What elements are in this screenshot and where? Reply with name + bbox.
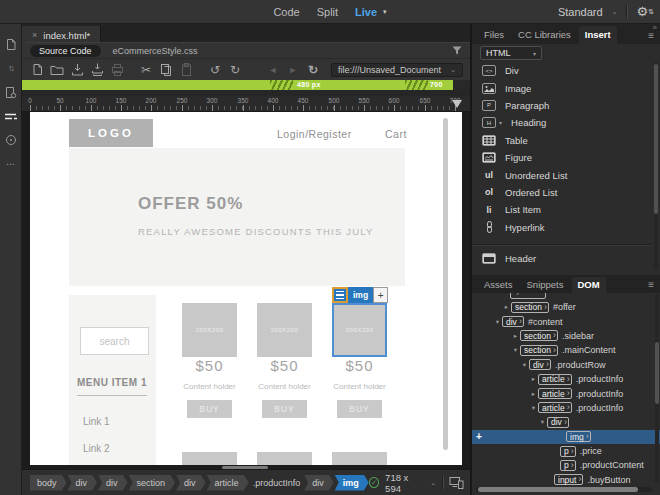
dom-row[interactable]: ▸ article .productInfo	[472, 372, 660, 386]
dom-row[interactable]: ▾ div #content	[472, 314, 660, 328]
insert-panel-scrollbar[interactable]	[654, 62, 658, 270]
tag-crumb[interactable]: div	[98, 475, 128, 491]
dom-vertical-scrollbar[interactable]	[655, 294, 659, 482]
save-file-icon[interactable]	[67, 61, 87, 78]
dom-row[interactable]: input .buyButton	[472, 473, 660, 487]
product-image[interactable]: 200X200	[257, 303, 312, 357]
dom-row[interactable]: p .price	[472, 444, 660, 458]
tag-crumb[interactable]: div	[304, 475, 334, 491]
insert-item-unordered-list[interactable]: ul Unordered List	[472, 166, 652, 183]
product-image[interactable]	[182, 452, 237, 465]
buy-button[interactable]: BUY	[187, 400, 232, 418]
tag-crumb-selected[interactable]: img	[335, 475, 369, 491]
add-element-icon[interactable]: +	[373, 287, 388, 303]
product-description[interactable]: Content holder	[182, 382, 237, 391]
address-bar[interactable]: file:///Unsaved_Document⌄	[331, 63, 463, 77]
insert-category-select[interactable]: HTML ▾	[480, 46, 542, 60]
workspace-selector[interactable]: Standard	[558, 6, 603, 18]
tag-crumb-class[interactable]: .productInfo	[250, 475, 304, 491]
live-source-code-icon[interactable]	[3, 85, 18, 99]
related-css-file[interactable]: eCommerceStyle.css	[113, 46, 198, 56]
open-documents-icon[interactable]	[3, 37, 18, 51]
viewport-size-caret-icon[interactable]: ⌄	[430, 479, 436, 487]
insert-item-heading[interactable]: H ▾ Heading	[472, 114, 652, 131]
split-view-button[interactable]: Split	[317, 6, 338, 18]
save-all-icon[interactable]	[87, 61, 107, 78]
breakpoint-handle[interactable]	[270, 80, 293, 90]
live-view-canvas[interactable]: LOGO Login/Register Cart OFFER 50% REALL…	[30, 112, 462, 465]
search-input[interactable]	[80, 327, 149, 355]
page-logo[interactable]: LOGO	[69, 119, 153, 147]
tab-insert[interactable]: Insert	[579, 26, 617, 44]
offer-banner[interactable]: OFFER 50% REALLY AWESOME DISCOUNTS THIS …	[69, 148, 405, 286]
element-tag-label[interactable]: img	[348, 287, 373, 303]
tag-crumb[interactable]: div	[68, 475, 98, 491]
insert-item-ordered-list[interactable]: ol Ordered List	[472, 184, 652, 201]
back-icon[interactable]: ◄	[263, 61, 283, 78]
dom-row[interactable]: ▸ section .sidebar	[472, 329, 660, 343]
login-register-link[interactable]: Login/Register	[277, 128, 352, 140]
sync-settings-icon[interactable]: ⚙⇅	[636, 4, 652, 19]
page-sidebar[interactable]: MENU ITEM 1 Link 1 Link 2	[69, 295, 156, 465]
expand-caret-icon[interactable]: ▾	[511, 346, 520, 354]
panel-menu-icon[interactable]: ≡	[648, 30, 654, 41]
tab-files[interactable]: Files	[478, 26, 510, 44]
product-price[interactable]: $50	[332, 357, 387, 374]
expand-caret-icon[interactable]: ▸	[529, 390, 538, 398]
copy-icon[interactable]	[156, 61, 176, 78]
undo-icon[interactable]: ↺	[205, 61, 225, 78]
file-management-icon[interactable]: ↑↓	[3, 61, 18, 75]
workspace-caret-icon[interactable]: ⌄	[612, 8, 618, 16]
dom-row-selected[interactable]: + img	[472, 430, 660, 444]
dom-horizontal-scrollbar[interactable]	[476, 487, 652, 492]
product-price[interactable]: $50	[182, 357, 237, 374]
expand-caret-icon[interactable]: ▾	[520, 361, 529, 369]
code-view-button[interactable]: Code	[273, 6, 299, 18]
print-icon[interactable]	[107, 61, 127, 78]
expand-caret-icon[interactable]: ▾	[529, 404, 538, 412]
expand-caret-icon[interactable]: ▸	[511, 332, 520, 340]
dom-row[interactable]: ▾ div .productRow	[472, 358, 660, 372]
tab-assets[interactable]: Assets	[478, 277, 519, 293]
refresh-icon[interactable]: ↻	[303, 61, 323, 78]
sidebar-link-1[interactable]: Link 1	[83, 416, 110, 427]
viewport-size[interactable]: 718 x 594	[385, 472, 424, 494]
dom-row[interactable]: ▸ section #offer	[472, 300, 660, 314]
close-tab-icon[interactable]: ×	[32, 30, 37, 40]
customize-toolbar-icon[interactable]: ⋯	[3, 157, 18, 171]
tab-cc-libraries[interactable]: CC Libraries	[512, 26, 577, 44]
heading-dropdown-icon[interactable]: ▾	[499, 119, 502, 126]
expand-caret-icon[interactable]: ▾	[493, 318, 502, 326]
product-image-selected[interactable]: 200X200	[332, 303, 387, 357]
live-view-options-icon[interactable]	[3, 109, 18, 123]
insert-item-hyperlink[interactable]: Hyperlink	[472, 219, 652, 236]
product-description[interactable]: Content holder	[257, 382, 312, 391]
paste-icon[interactable]	[176, 61, 196, 78]
dom-row[interactable]: ▾ article .productInfo	[472, 401, 660, 415]
cut-icon[interactable]: ✂	[136, 61, 156, 78]
add-element-icon[interactable]: +	[476, 431, 482, 442]
viewport-scrubber-handle[interactable]	[452, 100, 462, 108]
sidebar-link-2[interactable]: Link 2	[83, 443, 110, 454]
live-view-caret-icon[interactable]: ▾	[383, 8, 387, 16]
source-code-button[interactable]: Source Code	[30, 45, 101, 57]
tab-snippets[interactable]: Snippets	[521, 277, 570, 293]
insert-item-paragraph[interactable]: P Paragraph	[472, 97, 652, 114]
insert-item-header[interactable]: Header	[472, 250, 652, 267]
panel-menu-icon[interactable]: ≡	[648, 279, 654, 290]
tag-crumb[interactable]: section	[129, 475, 176, 491]
expand-caret-icon[interactable]: ▸	[529, 375, 538, 383]
insert-item-figure[interactable]: Figure	[472, 149, 652, 166]
canvas-vertical-scrollbar[interactable]	[443, 118, 448, 450]
expand-caret-icon[interactable]: ▾	[538, 418, 547, 426]
insert-item-table[interactable]: Table	[472, 132, 652, 149]
tag-crumb[interactable]: article	[207, 475, 249, 491]
breakpoint-480-label[interactable]: 480 px	[297, 81, 321, 88]
tag-crumb[interactable]: div	[176, 475, 206, 491]
buy-button[interactable]: BUY	[262, 400, 307, 418]
new-file-icon[interactable]	[27, 61, 47, 78]
cart-link[interactable]: Cart	[385, 128, 407, 140]
element-options-icon[interactable]	[332, 287, 348, 303]
insert-item-list-item[interactable]: li List Item	[472, 201, 652, 218]
address-dropdown-icon[interactable]: ⌄	[450, 66, 456, 74]
